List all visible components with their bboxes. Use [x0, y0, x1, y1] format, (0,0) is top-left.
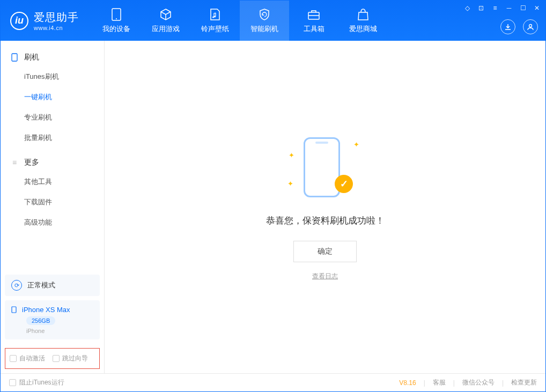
user-button[interactable]	[523, 19, 538, 34]
device-name: iPhone XS Max	[22, 306, 70, 314]
list-icon: ≡	[10, 158, 19, 167]
app-url: www.i4.cn	[34, 25, 79, 31]
sidebar-item-pro-flash[interactable]: 专业刷机	[1, 107, 104, 128]
device-type: iPhone	[26, 328, 93, 334]
sidebar-item-oneclick-flash[interactable]: 一键刷机	[1, 87, 104, 107]
sparkle-icon: ✦	[353, 140, 359, 149]
device-info-box[interactable]: iPhone XS Max 256GB iPhone	[5, 300, 100, 339]
tab-label: 工具箱	[304, 24, 324, 34]
sidebar-item-advanced[interactable]: 高级功能	[1, 212, 104, 233]
checkbox-auto-activate[interactable]: 自动激活	[10, 354, 45, 363]
version-label: V8.16	[399, 379, 416, 387]
svg-rect-7	[12, 307, 16, 313]
phone-small-icon	[10, 53, 19, 62]
sparkle-icon: ✦	[287, 180, 293, 188]
main-content: ✦ ✦ ✦ ✓ 恭喜您，保资料刷机成功啦！ 确定 查看日志	[105, 41, 545, 373]
svg-point-5	[529, 25, 532, 27]
tab-apps-games[interactable]: 应用游戏	[141, 1, 190, 41]
success-illustration: ✦ ✦ ✦ ✓	[287, 133, 363, 203]
main-tabs: 我的设备 应用游戏 铃声壁纸 智能刷机 工具箱 爱思商城	[92, 1, 388, 41]
close-button[interactable]: ✕	[533, 4, 541, 12]
sidebar-group-title: 刷机	[24, 53, 39, 62]
sparkle-icon: ✦	[289, 151, 294, 159]
tab-my-device[interactable]: 我的设备	[92, 1, 141, 41]
sidebar-group-flash[interactable]: 刷机	[1, 48, 104, 66]
svg-rect-6	[12, 54, 17, 61]
phone-icon	[110, 8, 123, 21]
tab-ringtones-wallpapers[interactable]: 铃声壁纸	[190, 1, 240, 41]
device-storage-badge: 256GB	[26, 316, 55, 325]
logo-icon: iu	[10, 12, 28, 30]
tab-smart-flash[interactable]: 智能刷机	[240, 1, 289, 41]
device-mode: 正常模式	[27, 280, 55, 290]
phone-graphic	[304, 137, 340, 197]
mode-icon: ⟳	[11, 280, 22, 291]
wechat-link[interactable]: 微信公众号	[462, 378, 495, 387]
device-mode-box[interactable]: ⟳ 正常模式	[5, 275, 100, 296]
sidebar: 刷机 iTunes刷机 一键刷机 专业刷机 批量刷机 ≡ 更多 其他工具 下载固…	[1, 41, 105, 373]
toolbox-icon	[307, 8, 320, 21]
checkbox-block-itunes[interactable]: 阻止iTunes运行	[9, 378, 64, 387]
tab-label: 铃声壁纸	[201, 24, 229, 34]
tshirt-icon[interactable]: ◇	[463, 4, 471, 12]
status-bar: 阻止iTunes运行 V8.16 | 客服 | 微信公众号 | 检查更新	[1, 373, 545, 391]
menu-icon[interactable]: ≡	[491, 4, 499, 12]
options-row: 自动激活 跳过向导	[5, 348, 100, 369]
download-button[interactable]	[500, 19, 515, 34]
sidebar-item-download-firmware[interactable]: 下载固件	[1, 192, 104, 212]
window-controls: ◇ ⊡ ≡ ─ ☐ ✕	[463, 4, 541, 12]
bag-icon	[357, 8, 370, 21]
checkbox-skip-guide[interactable]: 跳过向导	[53, 354, 88, 363]
minimize-button[interactable]: ─	[505, 4, 513, 12]
tab-label: 应用游戏	[152, 24, 180, 34]
view-log-link[interactable]: 查看日志	[312, 272, 338, 281]
feedback-icon[interactable]: ⊡	[477, 4, 485, 12]
app-title: 爱思助手	[34, 10, 79, 25]
support-link[interactable]: 客服	[433, 378, 446, 387]
sidebar-group-more[interactable]: ≡ 更多	[1, 153, 104, 172]
success-message: 恭喜您，保资料刷机成功啦！	[266, 215, 385, 227]
ok-button[interactable]: 确定	[293, 241, 357, 262]
tab-store[interactable]: 爱思商城	[338, 1, 388, 41]
app-header: iu 爱思助手 www.i4.cn 我的设备 应用游戏 铃声壁纸 智能刷机 工具…	[1, 1, 545, 41]
svg-point-3	[214, 16, 216, 17]
sidebar-group-title: 更多	[24, 158, 39, 167]
tab-label: 智能刷机	[250, 24, 278, 34]
tab-toolbox[interactable]: 工具箱	[289, 1, 338, 41]
tab-label: 爱思商城	[349, 24, 377, 34]
header-right-buttons	[500, 19, 538, 34]
check-update-link[interactable]: 检查更新	[511, 378, 537, 387]
music-file-icon	[209, 8, 222, 21]
sidebar-item-other-tools[interactable]: 其他工具	[1, 172, 104, 192]
device-icon	[11, 306, 17, 313]
svg-point-1	[116, 18, 117, 19]
sidebar-item-itunes-flash[interactable]: iTunes刷机	[1, 66, 104, 87]
shield-refresh-icon	[258, 8, 271, 21]
svg-point-2	[212, 16, 214, 18]
tab-label: 我的设备	[102, 24, 130, 34]
app-logo: iu 爱思助手 www.i4.cn	[1, 10, 88, 31]
sidebar-item-batch-flash[interactable]: 批量刷机	[1, 128, 104, 148]
check-badge-icon: ✓	[335, 175, 353, 193]
cube-icon	[159, 8, 172, 21]
maximize-button[interactable]: ☐	[519, 4, 527, 12]
